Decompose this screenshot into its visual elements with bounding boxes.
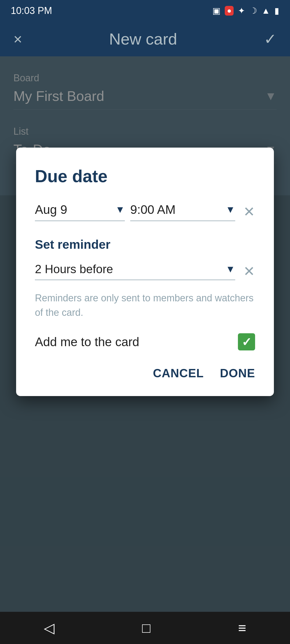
- menu-button[interactable]: ≡: [238, 620, 246, 636]
- add-me-row: Add me to the card: [35, 333, 255, 350]
- date-dropdown[interactable]: Aug 9 ▼: [35, 202, 125, 221]
- reminder-info-text: Reminders are only sent to members and w…: [35, 288, 255, 320]
- reminder-chevron-icon: ▼: [226, 264, 235, 275]
- date-chevron-icon: ▼: [115, 204, 125, 215]
- set-reminder-label: Set reminder: [35, 237, 255, 252]
- video-icon: ▣: [212, 6, 220, 16]
- nav-bar: ◁ □ ≡: [0, 612, 290, 644]
- dialog-wrapper: Due date Aug 9 ▼ 9:00 AM ▼ ✕ Set reminde…: [16, 148, 274, 396]
- status-time: 10:03 PM: [11, 5, 52, 16]
- time-dropdown[interactable]: 9:00 AM ▼: [130, 202, 235, 221]
- time-value: 9:00 AM: [130, 202, 176, 217]
- wifi-icon: ▲: [262, 6, 270, 16]
- date-value: Aug 9: [35, 202, 67, 217]
- done-button[interactable]: DONE: [220, 367, 255, 380]
- reminder-dropdown[interactable]: 2 Hours before ▼: [35, 262, 235, 280]
- bluetooth-icon: ✦: [238, 6, 245, 16]
- reminder-value: 2 Hours before: [35, 262, 113, 276]
- due-date-dialog: Due date Aug 9 ▼ 9:00 AM ▼ ✕ Set reminde…: [16, 148, 274, 396]
- dialog-actions: CANCEL DONE: [35, 367, 255, 380]
- top-bar: × New card ✓: [0, 21, 290, 56]
- home-button[interactable]: □: [142, 620, 150, 636]
- status-icons: ▣ ● ✦ ☽ ▲ ▮: [212, 6, 279, 16]
- cancel-button[interactable]: CANCEL: [153, 367, 204, 380]
- time-chevron-icon: ▼: [226, 204, 235, 215]
- dialog-title: Due date: [35, 166, 255, 186]
- add-me-label: Add me to the card: [35, 335, 139, 349]
- reminder-select-row: 2 Hours before ▼ ✕: [35, 262, 255, 280]
- datetime-row: Aug 9 ▼ 9:00 AM ▼ ✕: [35, 202, 255, 221]
- add-me-checkbox[interactable]: [238, 333, 255, 350]
- record-icon: ●: [225, 6, 234, 16]
- page-title: New card: [109, 30, 177, 48]
- datetime-clear-button[interactable]: ✕: [243, 204, 255, 220]
- moon-icon: ☽: [249, 6, 257, 16]
- back-button[interactable]: ◁: [44, 620, 55, 636]
- close-button[interactable]: ×: [13, 30, 22, 48]
- confirm-button[interactable]: ✓: [264, 30, 277, 48]
- battery-icon: ▮: [274, 6, 279, 16]
- status-bar: 10:03 PM ▣ ● ✦ ☽ ▲ ▮: [0, 0, 290, 21]
- reminder-clear-button[interactable]: ✕: [243, 263, 255, 279]
